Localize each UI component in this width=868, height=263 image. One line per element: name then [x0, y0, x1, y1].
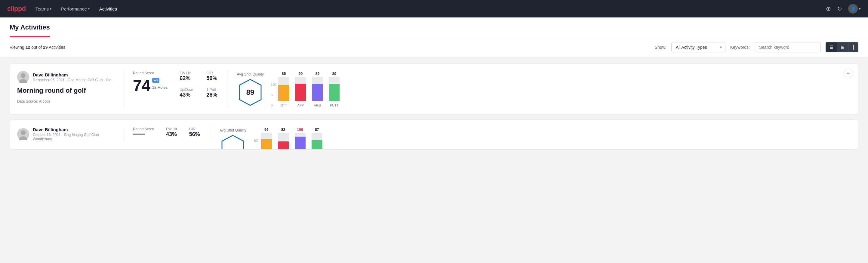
ott-bar-outer	[278, 77, 289, 101]
chart-y-axis: 100 50 0	[253, 139, 260, 150]
arg-bar	[312, 84, 323, 101]
svg-point-1	[21, 73, 26, 78]
user-date: October 16, 2021 - Gog Magog Golf Club -…	[33, 133, 114, 141]
round-score-label: Round Score	[133, 127, 154, 131]
main-content: ✏ Dave Billingham December 05, 2021 - Go…	[0, 57, 868, 160]
card-left: Dave Billingham October 16, 2021 - Gog M…	[17, 127, 114, 145]
user-info: Dave Billingham December 05, 2021 - Gog …	[17, 71, 114, 83]
ott-value-label: 85	[282, 71, 286, 76]
quality-section: Avg Shot Quality 89 100 50 0	[237, 71, 851, 107]
user-info: Dave Billingham October 16, 2021 - Gog M…	[17, 127, 114, 141]
refresh-icon[interactable]: ↻	[837, 5, 842, 12]
bar-chart: 94 OTT 82 APP 106	[261, 127, 322, 150]
data-source: Data Source: Arccos	[17, 99, 114, 104]
quality-section: Avg Shot Quality 100 50 0	[220, 127, 851, 150]
avatar	[17, 128, 29, 140]
app-axis-label: APP	[297, 104, 304, 107]
avg-shot-quality-label: Avg Shot Quality	[237, 72, 264, 77]
viewing-count-text: Viewing 12 out of 29 Activities	[10, 45, 65, 50]
app-bar-outer	[295, 77, 306, 101]
svg-marker-7	[222, 136, 244, 150]
card-stats: Round Score 74 +4 18 Holes FW Hit 62%	[133, 71, 217, 98]
putt-bar	[329, 84, 340, 101]
grid-view-button[interactable]: ⊞	[837, 42, 848, 52]
fw-gir-group: FW Hit 43%	[166, 127, 177, 138]
shot-quality-value: 89	[246, 88, 254, 96]
ott-bar-group: 94 OTT	[261, 127, 272, 150]
fw-hit-stat: FW Hit 43%	[166, 127, 177, 138]
putt-bar-group: 87 PUTT	[312, 127, 322, 150]
ott-bar	[278, 85, 289, 101]
card-left: Dave Billingham December 05, 2021 - Gog …	[17, 71, 114, 104]
nav-item-activities[interactable]: Activities	[99, 6, 117, 11]
activity-title: Morning round of golf	[17, 87, 114, 94]
avatar-chevron-icon: ▾	[859, 7, 861, 11]
round-score-label: Round Score	[133, 71, 167, 75]
fw-gir-group: FW Hit 62% Up/Down 43%	[180, 71, 194, 98]
nav-item-teams[interactable]: Teams ▾	[35, 6, 52, 11]
view-toggle: ☰ ⊞ ┃	[826, 42, 858, 52]
performance-chevron-icon: ▾	[88, 7, 90, 10]
edit-button[interactable]: ✏	[844, 68, 853, 78]
activity-type-dropdown[interactable]: All Activity Types	[671, 42, 725, 52]
gir-putt-group: GIR 50% 1 Putt 28%	[207, 71, 217, 98]
card-divider	[123, 71, 123, 107]
app-value-label: 90	[299, 71, 303, 76]
updown-stat: Up/Down 43%	[180, 88, 194, 98]
list-full-view-button[interactable]: ┃	[848, 42, 858, 52]
svg-point-5	[21, 130, 26, 135]
ott-axis-label: OTT	[280, 104, 287, 107]
search-input[interactable]	[754, 42, 821, 52]
logo: clippd	[7, 5, 26, 12]
fw-hit-stat: FW Hit 62%	[180, 71, 194, 82]
user-name: Dave Billingham	[33, 72, 111, 77]
activity-type-dropdown-wrapper: All Activity Types ▾	[671, 42, 725, 52]
avg-shot-quality-label: Avg Shot Quality	[220, 128, 246, 133]
card-stats: Round Score FW Hit 43% GIR 56%	[133, 127, 200, 138]
arg-bar-outer	[312, 77, 323, 101]
round-score-group: Round Score 74 +4 18 Holes	[133, 71, 167, 98]
putt-value-label: 89	[332, 71, 336, 76]
app-bar-group: 90 APP	[295, 71, 306, 107]
arg-axis-label: ARG	[314, 104, 321, 107]
list-compact-view-button[interactable]: ☰	[826, 42, 837, 52]
shot-quality-hexagon	[221, 135, 245, 150]
user-name: Dave Billingham	[33, 127, 114, 132]
filter-bar: Viewing 12 out of 29 Activities Show: Al…	[0, 37, 868, 57]
avatar: 👤	[848, 4, 858, 13]
avatar	[17, 71, 29, 83]
one-putt-stat: 1 Putt 28%	[207, 88, 217, 98]
score-value: 74 +4 18 Holes	[133, 78, 167, 93]
card-divider-2	[210, 127, 210, 142]
ott-bar-group: 85 OTT	[278, 71, 289, 107]
gir-stat: GIR 56%	[189, 127, 200, 138]
score-badge: +4	[152, 78, 160, 83]
navbar: clippd Teams ▾ Performance ▾ Activities …	[0, 0, 868, 18]
gir-group: GIR 56%	[189, 127, 200, 138]
teams-chevron-icon: ▾	[50, 7, 52, 10]
holes-text: 18 Holes	[152, 85, 167, 90]
app-bar-group: 82 APP	[278, 127, 289, 150]
add-icon[interactable]: ⊕	[826, 5, 831, 12]
nav-right: ⊕ ↻ 👤 ▾	[826, 4, 861, 13]
card-divider	[123, 127, 123, 142]
score-number: 74	[133, 78, 150, 93]
keywords-label: Keywords:	[730, 45, 750, 50]
putt-axis-label: PUTT	[330, 104, 339, 107]
show-label: Show:	[655, 45, 666, 50]
bar-chart: 85 OTT 90 APP	[278, 71, 340, 107]
user-avatar-button[interactable]: 👤 ▾	[848, 4, 861, 13]
round-score-group: Round Score	[133, 127, 154, 138]
shot-quality-hexagon: 89	[238, 79, 262, 106]
activity-card: Dave Billingham October 16, 2021 - Gog M…	[10, 119, 858, 150]
arg-value-label: 89	[315, 71, 319, 76]
gir-stat: GIR 50%	[207, 71, 217, 82]
page-header: My Activities	[0, 18, 868, 37]
arg-bar-group: 106 ARG	[295, 127, 306, 150]
activity-card: ✏ Dave Billingham December 05, 2021 - Go…	[10, 63, 858, 115]
putt-bar-group: 89 PUTT	[329, 71, 340, 107]
user-date: December 05, 2021 - Gog Magog Golf Club …	[33, 78, 111, 82]
arg-bar-group: 89 ARG	[312, 71, 323, 107]
card-divider-2	[227, 71, 227, 107]
nav-item-performance[interactable]: Performance ▾	[61, 6, 90, 11]
